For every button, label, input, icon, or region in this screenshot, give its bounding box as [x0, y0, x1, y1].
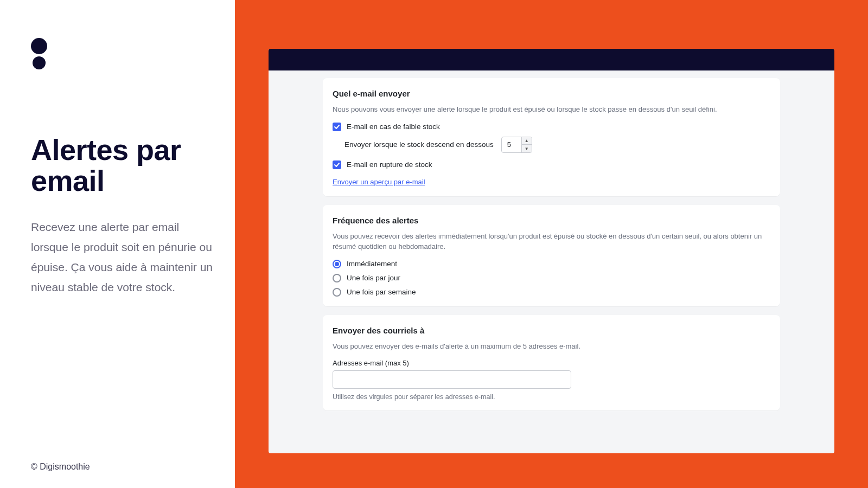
- checkbox-checked-icon[interactable]: [333, 160, 341, 169]
- marketing-left-panel: Alertes par email Recevez une alerte par…: [0, 0, 235, 488]
- card-which-email: Quel e-mail envoyer Nous pouvons vous en…: [323, 78, 780, 196]
- card-frequency: Fréquence des alertes Vous pouvez recevo…: [323, 205, 780, 306]
- threshold-row: Envoyer lorsque le stock descend en dess…: [344, 137, 770, 153]
- showcase-right-panel: Quel e-mail envoyer Nous pouvons vous en…: [235, 0, 868, 488]
- checkbox-label: E-mail en rupture de stock: [347, 160, 432, 169]
- copyright-footer: © Digismoothie: [31, 462, 90, 472]
- page-headline: Alertes par email: [31, 134, 213, 196]
- page-description: Recevez une alerte par email lorsque le …: [31, 217, 213, 297]
- radio-label: Immédiatement: [347, 260, 397, 268]
- card-title: Fréquence des alertes: [333, 216, 770, 225]
- checkbox-row-out-of-stock[interactable]: E-mail en rupture de stock: [333, 160, 770, 169]
- radio-row-weekly[interactable]: Une fois par semaine: [333, 288, 770, 297]
- radio-row-immediate[interactable]: Immédiatement: [333, 260, 770, 268]
- checkbox-row-low-stock[interactable]: E-mail en cas de faible stock: [333, 123, 770, 131]
- threshold-input[interactable]: [502, 137, 521, 152]
- email-field-label: Adresses e-mail (max 5): [333, 359, 770, 367]
- threshold-label: Envoyer lorsque le stock descend en dess…: [344, 140, 494, 149]
- send-preview-link[interactable]: Envoyer un aperçu par e-mail: [333, 178, 425, 186]
- quantity-stepper[interactable]: ▲ ▼: [501, 137, 532, 153]
- radio-row-daily[interactable]: Une fois par jour: [333, 274, 770, 282]
- app-body: Quel e-mail envoyer Nous pouvons vous en…: [269, 70, 834, 453]
- checkbox-checked-icon[interactable]: [333, 123, 341, 131]
- email-field-hint: Utilisez des virgules pour séparer les a…: [333, 393, 770, 401]
- card-subtitle: Vous pouvez recevoir des alertes immédia…: [333, 232, 770, 252]
- radio-unchecked-icon[interactable]: [333, 274, 341, 282]
- radio-checked-icon[interactable]: [333, 260, 341, 268]
- card-subtitle: Nous pouvons vous envoyer une alerte lor…: [333, 105, 770, 115]
- card-recipients: Envoyer des courriels à Vous pouvez envo…: [323, 315, 780, 411]
- email-addresses-input[interactable]: [333, 370, 571, 389]
- stepper-up-icon[interactable]: ▲: [522, 137, 532, 145]
- app-window: Quel e-mail envoyer Nous pouvons vous en…: [269, 49, 834, 453]
- radio-label: Une fois par semaine: [347, 288, 416, 296]
- checkbox-label: E-mail en cas de faible stock: [347, 123, 440, 131]
- app-topbar: [269, 49, 834, 70]
- radio-unchecked-icon[interactable]: [333, 288, 341, 297]
- stepper-down-icon[interactable]: ▼: [522, 145, 532, 152]
- radio-label: Une fois par jour: [347, 274, 400, 282]
- card-title: Envoyer des courriels à: [333, 326, 770, 335]
- logo-icon: [31, 38, 213, 69]
- card-subtitle: Vous pouvez envoyer des e-mails d'alerte…: [333, 342, 770, 352]
- card-title: Quel e-mail envoyer: [333, 89, 770, 98]
